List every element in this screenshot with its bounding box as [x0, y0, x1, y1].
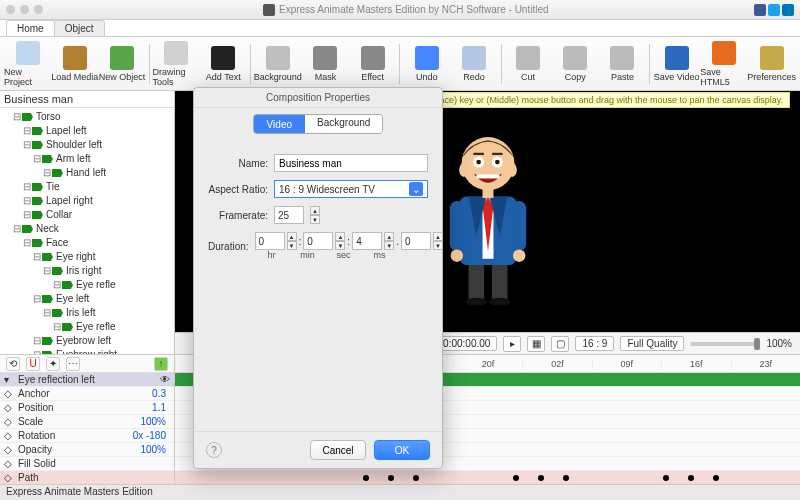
aspect-ratio-select[interactable]: 16 : 9 Widescreen TV ⌄	[274, 180, 428, 198]
social-icons[interactable]	[754, 4, 794, 16]
tree-root-name[interactable]: Business man	[4, 93, 73, 105]
tl-tool-magnet[interactable]: U	[26, 357, 40, 371]
composition-properties-dialog: Composition Properties Video Background …	[193, 87, 443, 469]
tree-node[interactable]: ⊟Neck	[2, 222, 172, 236]
tree-node[interactable]: ⊟Face	[2, 236, 172, 250]
duration-label: Duration:	[208, 241, 249, 252]
paste-icon	[610, 46, 634, 70]
property-row[interactable]: ◇Opacity100%	[0, 443, 174, 457]
object-tree[interactable]: ⊟Torso⊟Lapel left⊟Shoulder left⊟Arm left…	[0, 108, 174, 354]
ribbon-tabs: Home Object	[0, 20, 800, 37]
tree-node[interactable]: ⊟Shoulder left	[2, 138, 172, 152]
tree-node[interactable]: ⊟Lapel right	[2, 194, 172, 208]
tl-tool-3[interactable]: ✦	[46, 357, 60, 371]
zoom-slider[interactable]	[690, 342, 760, 346]
zoom-value: 100%	[766, 338, 792, 349]
tool-save-html5[interactable]: Save HTML5	[700, 41, 747, 87]
property-row[interactable]: ◇Anchor0.3	[0, 387, 174, 401]
svg-rect-1	[491, 260, 507, 299]
dialog-tab-video[interactable]: Video	[254, 115, 305, 133]
tool-background[interactable]: Background	[254, 46, 302, 82]
duration-sec[interactable]: 4	[352, 232, 382, 250]
framerate-field[interactable]: 25	[274, 206, 304, 224]
tl-tool-1[interactable]: ⟲	[6, 357, 20, 371]
svg-rect-9	[449, 201, 463, 251]
redo-icon	[462, 46, 486, 70]
tool-save-video[interactable]: Save Video	[653, 46, 700, 82]
tool-paste[interactable]: Paste	[599, 46, 646, 82]
aspect-label: Aspect Ratio:	[208, 184, 268, 195]
path-keyframe-track[interactable]	[175, 471, 800, 485]
tree-node[interactable]: ⊟Hand left	[2, 166, 172, 180]
effect-icon	[361, 46, 385, 70]
ribbon-tab-object[interactable]: Object	[54, 20, 105, 36]
property-row[interactable]: ◇Position1.1	[0, 401, 174, 415]
layer-name: Eye reflection left	[14, 374, 160, 385]
ribbon-tab-home[interactable]: Home	[6, 20, 55, 36]
aspect-display[interactable]: 16 : 9	[575, 336, 614, 351]
undo-icon	[415, 46, 439, 70]
timeline-layer-header[interactable]: ▾ Eye reflection left 👁	[0, 373, 174, 387]
save-html5-icon	[712, 41, 736, 65]
mask-icon	[313, 46, 337, 70]
duration-min[interactable]: 0	[303, 232, 333, 250]
add-text-icon	[211, 46, 235, 70]
tool-new-project[interactable]: New Project	[4, 41, 51, 87]
tool-new-object[interactable]: New Object	[98, 46, 145, 82]
tool-effect[interactable]: Effect	[349, 46, 396, 82]
tree-node[interactable]: ⊟Collar	[2, 208, 172, 222]
tool-copy[interactable]: Copy	[552, 46, 599, 82]
new-project-icon	[16, 41, 40, 65]
property-row[interactable]: ◇Path	[0, 471, 174, 485]
tool-mask[interactable]: Mask	[302, 46, 349, 82]
tree-node[interactable]: ⊟Eye refle	[2, 320, 172, 334]
app-icon	[263, 4, 275, 16]
tree-node[interactable]: ⊟Eyebrow left	[2, 334, 172, 348]
framerate-stepper[interactable]: ▲▼	[310, 206, 320, 224]
tree-node[interactable]: ⊟Eye left	[2, 292, 172, 306]
visibility-icon[interactable]: 👁	[160, 374, 170, 385]
tree-node[interactable]: ⊟Tie	[2, 180, 172, 194]
tl-tool-4[interactable]: ⋯	[66, 357, 80, 371]
tree-node[interactable]: ⊟Torso	[2, 110, 172, 124]
cancel-button[interactable]: Cancel	[310, 440, 366, 460]
new-object-icon	[110, 46, 134, 70]
tool-preferences[interactable]: Preferences	[747, 46, 796, 82]
name-label: Name:	[208, 158, 268, 169]
name-field[interactable]	[274, 154, 428, 172]
tl-tool-add[interactable]: ↑	[154, 357, 168, 371]
tree-node[interactable]: ⊟Eyebrow right	[2, 348, 172, 354]
tree-node[interactable]: ⊟Iris left	[2, 306, 172, 320]
duration-hr[interactable]: 0	[255, 232, 285, 250]
drawing-tools-icon	[164, 41, 188, 65]
tool-add-text[interactable]: Add Text	[200, 46, 247, 82]
help-button[interactable]: ?	[206, 442, 222, 458]
tool-undo[interactable]: Undo	[403, 46, 450, 82]
window-traffic-lights[interactable]	[6, 5, 43, 14]
window-titlebar: Express Animate Masters Edition by NCH S…	[0, 0, 800, 20]
svg-rect-23	[476, 174, 499, 178]
tree-node[interactable]: ⊟Eye refle	[2, 278, 172, 292]
play-button[interactable]: ▸	[503, 336, 521, 352]
dialog-tab-background[interactable]: Background	[305, 115, 382, 133]
property-row[interactable]: ◇Rotation0x -180	[0, 429, 174, 443]
quality-selector[interactable]: Full Quality	[620, 336, 684, 351]
timeline-tools: ⟲ U ✦ ⋯ ↑	[0, 355, 174, 373]
dialog-tab-segment: Video Background	[253, 114, 384, 134]
property-row[interactable]: ◇Scale100%	[0, 415, 174, 429]
tree-node[interactable]: ⊟Lapel left	[2, 124, 172, 138]
safezone-toggle[interactable]: ▢	[551, 336, 569, 352]
load-media-icon	[63, 46, 87, 70]
tree-node[interactable]: ⊟Eye right	[2, 250, 172, 264]
ok-button[interactable]: OK	[374, 440, 430, 460]
property-row[interactable]: ◇Fill Solid	[0, 457, 174, 471]
tree-node[interactable]: ⊟Iris right	[2, 264, 172, 278]
background-icon	[266, 46, 290, 70]
tool-redo[interactable]: Redo	[450, 46, 497, 82]
grid-toggle[interactable]: ▦	[527, 336, 545, 352]
tree-node[interactable]: ⊟Arm left	[2, 152, 172, 166]
tool-drawing-tools[interactable]: Drawing Tools	[153, 41, 200, 87]
duration-ms[interactable]: 0	[401, 232, 431, 250]
tool-load-media[interactable]: Load Media	[51, 46, 98, 82]
tool-cut[interactable]: Cut	[504, 46, 551, 82]
